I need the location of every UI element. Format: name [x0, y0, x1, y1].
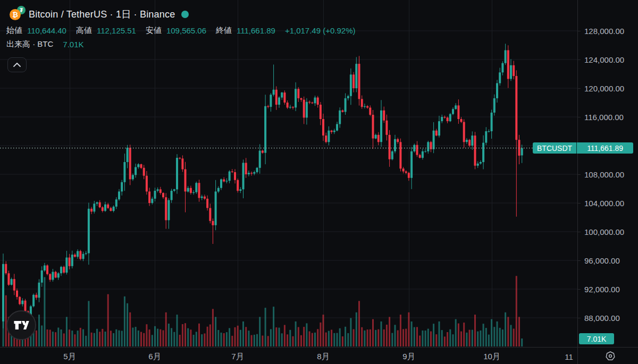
price-tick-label: 92,000.00: [584, 285, 620, 294]
price-tick-mark: [578, 174, 581, 175]
time-axis[interactable]: 5月6月7月8月9月10月11: [0, 347, 577, 364]
axis-corner: [577, 347, 638, 364]
price-tick-label: 124,000.00: [584, 55, 624, 64]
open-value: 110,644.40: [27, 26, 66, 35]
close-value: 111,661.89: [237, 26, 275, 35]
market-status-dot[interactable]: [181, 11, 189, 18]
settings-icon[interactable]: [605, 350, 616, 362]
low-value: 109,565.06: [166, 26, 206, 35]
trading-chart-app: ₮ ₿ Bitcoin / TetherUS · 1日 · Binance 始値…: [0, 0, 638, 364]
pair-logo: ₮ ₿: [6, 5, 27, 24]
change-value: +1,017.49 (+0.92%): [285, 26, 356, 35]
month-tick-label: 11: [565, 351, 573, 361]
price-tick-label: 116,000.00: [584, 113, 624, 122]
volume-axis-badge: 7.01K: [579, 333, 614, 344]
candlestick-chart-canvas[interactable]: [0, 0, 577, 347]
price-tick-mark: [578, 31, 581, 31]
volume-layer: [3, 276, 523, 346]
tradingview-logo-icon: [12, 318, 30, 332]
price-tick-mark: [578, 289, 581, 290]
volume-label: 出来高 · BTC: [6, 39, 53, 49]
bitcoin-logo-icon: ₿: [10, 9, 21, 20]
price-tick-label: 104,000.00: [584, 199, 624, 208]
low-label: 安値: [146, 26, 162, 36]
high-value: 112,125.51: [97, 26, 136, 35]
current-price-label: BTCUSDT 111,661.89: [533, 142, 633, 154]
close-label: 終値: [216, 26, 232, 36]
month-tick-label: 5月: [63, 350, 75, 362]
price-label-value: 111,661.89: [577, 142, 633, 154]
month-tick-label: 6月: [148, 350, 161, 362]
month-tick-label: 10月: [483, 350, 500, 362]
open-label: 始値: [6, 26, 22, 36]
price-tick-label: 108,000.00: [584, 170, 624, 179]
price-tick-mark: [578, 88, 581, 89]
price-tick-label: 128,000.00: [584, 27, 624, 36]
price-tick-label: 100,000.00: [584, 227, 624, 236]
price-tick-label: 96,000.00: [584, 256, 620, 265]
price-tick-mark: [578, 318, 581, 318]
price-label-symbol: BTCUSDT: [533, 142, 576, 154]
grid-layer: [0, 0, 577, 347]
price-tick-mark: [578, 232, 581, 232]
chart-pane[interactable]: [0, 0, 577, 347]
symbol-title[interactable]: Bitcoin / TetherUS · 1日 · Binance: [29, 8, 175, 21]
candlestick-layer: [2, 44, 523, 328]
price-axis[interactable]: 7.01K 128,000.00124,000.00120,000.00116,…: [577, 0, 638, 347]
ohlc-row: 始値110,644.40 高値112,125.51 安値109,565.06 終…: [6, 23, 355, 37]
month-tick-label: 8月: [317, 350, 329, 362]
volume-row: 出来高 · BTC 7.01K: [6, 37, 355, 51]
tradingview-logo[interactable]: [6, 310, 36, 340]
collapse-panel-button[interactable]: [7, 57, 27, 72]
price-tick-mark: [578, 60, 581, 60]
chart-legend: ₮ ₿ Bitcoin / TetherUS · 1日 · Binance 始値…: [6, 5, 355, 51]
price-tick-label: 120,000.00: [584, 84, 624, 93]
price-tick-mark: [578, 117, 581, 117]
price-tick-mark: [578, 260, 581, 261]
month-tick-label: 9月: [402, 350, 415, 362]
chevron-up-icon: [13, 63, 21, 67]
month-tick-label: 7月: [231, 350, 244, 362]
price-tick-mark: [578, 203, 581, 204]
high-label: 高値: [76, 26, 92, 36]
volume-value: 7.01K: [63, 40, 83, 49]
price-tick-label: 88,000.00: [584, 314, 620, 323]
symbol-title-row[interactable]: ₮ ₿ Bitcoin / TetherUS · 1日 · Binance: [6, 5, 355, 23]
